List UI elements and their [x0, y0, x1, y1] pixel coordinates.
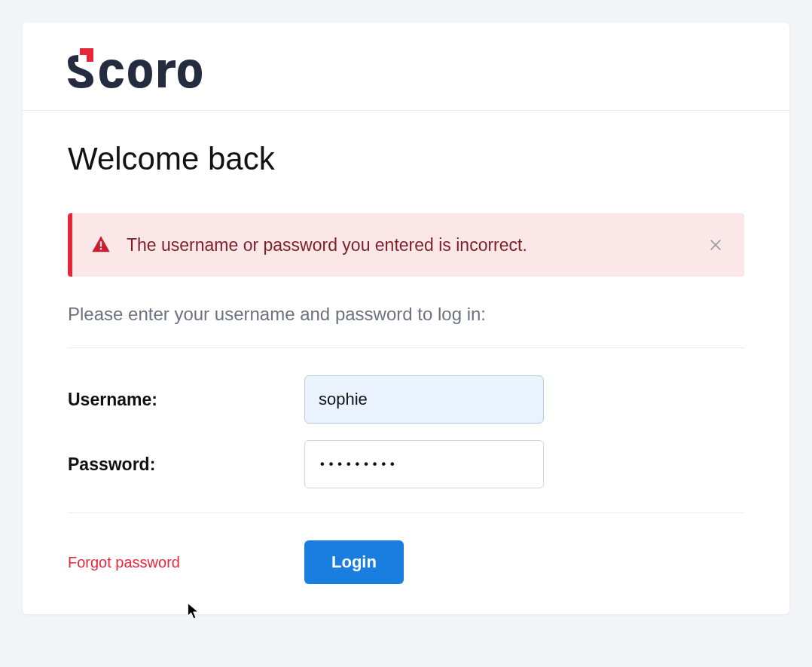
- close-icon[interactable]: [705, 234, 726, 255]
- password-input[interactable]: [304, 440, 544, 488]
- divider: [68, 347, 744, 348]
- warning-icon: [90, 234, 111, 255]
- svg-rect-3: [100, 248, 102, 249]
- scoro-logo: [68, 47, 218, 92]
- alert-message: The username or password you entered is …: [127, 235, 705, 255]
- actions-row: Forgot password Login: [68, 540, 744, 584]
- svg-rect-2: [100, 241, 102, 246]
- logo-svg: [68, 47, 218, 89]
- error-alert: The username or password you entered is …: [68, 213, 744, 277]
- instruction-text: Please enter your username and password …: [68, 304, 744, 325]
- login-card: Welcome back The username or password yo…: [23, 23, 789, 614]
- username-label: Username:: [68, 390, 304, 410]
- card-header: [23, 23, 789, 111]
- forgot-password-link[interactable]: Forgot password: [68, 554, 304, 571]
- svg-rect-1: [87, 48, 93, 62]
- username-input[interactable]: [304, 375, 544, 424]
- card-content: Welcome back The username or password yo…: [23, 111, 789, 614]
- password-label: Password:: [68, 454, 304, 475]
- page-title: Welcome back: [68, 141, 744, 177]
- divider: [68, 512, 744, 513]
- username-row: Username:: [68, 375, 744, 424]
- login-button[interactable]: Login: [304, 540, 404, 584]
- password-row: Password:: [68, 440, 744, 488]
